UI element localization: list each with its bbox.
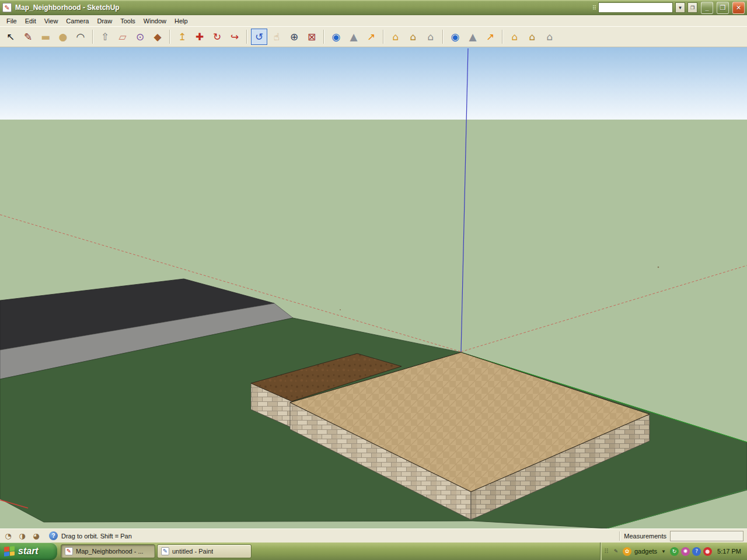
menubar-items: FileEditViewCameraDrawToolsWindowHelp [0,15,747,26]
minimize-button[interactable]: _ [701,2,713,14]
rectangle-button[interactable]: ▬ [37,29,54,45]
alert-tray-icon[interactable]: ● [703,547,712,556]
zoom-icon: ⊕ [290,31,298,43]
statusbar-separator [619,531,620,541]
arc-icon: ◠ [76,31,85,43]
tray-dropdown-button[interactable]: ▼ [660,549,667,554]
add-location-2-button[interactable]: ◉ [447,29,463,45]
pinwheel-tray-icon[interactable]: ✺ [681,547,690,556]
toolbar-separator [383,30,384,44]
task-sketchup-label: Map_Neighborhood - ... [76,548,144,555]
paint-bucket-button[interactable]: ◆ [149,29,166,45]
sky [0,47,747,120]
line-icon: ✎ [24,31,32,43]
help-icon[interactable]: ? [49,531,58,540]
gadgets-icon[interactable]: ✿ [623,547,631,556]
push-pull-button[interactable]: ⇧ [97,29,113,45]
place-model-button[interactable]: ↗ [363,29,379,45]
status-circle-1[interactable]: ◔ [4,531,13,541]
place-model-icon: ↗ [367,31,375,43]
toolbar-separator [442,30,444,44]
zoom-button[interactable]: ⊕ [286,29,302,45]
status-circle-2[interactable]: ◑ [18,531,27,541]
rotate-button[interactable]: ↻ [209,29,225,45]
status-hint: Drag to orbit. Shift = Pan [61,533,132,540]
add-location-2-icon: ◉ [451,31,460,43]
guide-point-2 [340,309,341,310]
titlebar-toolbar-grip[interactable]: ⠿ [592,5,596,11]
measurements-input[interactable] [670,531,743,541]
guide-point-1 [658,267,659,268]
menu-file[interactable]: File [2,16,21,26]
share-model-2-button[interactable]: ⌂ [524,29,540,45]
menu-window[interactable]: Window [139,16,170,26]
titlebar-search-input[interactable] [598,2,673,13]
toggle-terrain-button[interactable]: ▲ [345,29,362,45]
toggle-terrain-2-button[interactable]: ▲ [465,29,481,45]
pan-icon: ☝ [274,31,280,43]
menu-edit[interactable]: Edit [21,16,40,26]
help-tray-icon[interactable]: ? [692,547,701,556]
tape-measure-button[interactable]: ⊙ [132,29,148,45]
orbit-icon: ↺ [255,31,263,43]
restore-button[interactable]: ❐ [717,2,729,14]
offset-button[interactable]: ↥ [174,29,190,45]
status-circle-3[interactable]: ◕ [32,531,41,541]
menu-camera[interactable]: Camera [62,16,93,26]
place-model-2-button[interactable]: ↗ [482,29,498,45]
push-pull-icon: ⇧ [101,31,109,43]
tray-grip[interactable]: ⠿ [604,548,609,555]
add-location-button[interactable]: ◉ [328,29,344,45]
pen-tray-icon[interactable]: ✎ [612,547,620,556]
share-component-2-icon: ⌂ [547,31,553,43]
viewport [0,47,747,528]
share-component-button[interactable]: ⌂ [423,29,439,45]
zoom-extents-button[interactable]: ⊠ [303,29,320,45]
sync-tray-icon[interactable]: ↻ [670,547,679,556]
paint-bucket-icon: ◆ [153,31,161,43]
taskbar-tasks: ✎Map_Neighborhood - ...✎untitled - Paint [57,542,600,560]
menu-view[interactable]: View [40,16,62,26]
start-button[interactable]: start [0,542,57,560]
get-models-2-icon: ⌂ [512,31,518,43]
share-model-button[interactable]: ⌂ [405,29,421,45]
menu-tools[interactable]: Tools [116,16,139,26]
task-sketchup[interactable]: ✎Map_Neighborhood - ... [61,544,155,558]
select-button[interactable]: ↖ [2,29,19,45]
measurements-area: Measurements [619,531,743,541]
status-bar: ◔◑◕ ? Drag to orbit. Shift = Pan Measure… [0,528,747,542]
tape-measure-icon: ⊙ [136,31,144,43]
arc-button[interactable]: ◠ [72,29,89,45]
pan-button[interactable]: ☝ [268,29,285,45]
share-component-2-button[interactable]: ⌂ [542,29,558,45]
task-sketchup-icon: ✎ [65,547,73,555]
gadgets-label[interactable]: gadgets [634,548,657,555]
line-button[interactable]: ✎ [20,29,36,45]
start-label: start [18,546,39,556]
move-button[interactable]: ✚ [191,29,208,45]
taskbar: start ✎Map_Neighborhood - ...✎untitled -… [0,542,747,560]
toolbar-separator [502,30,503,44]
select-icon: ↖ [6,31,15,43]
tray-left-icons: ✎✿ [612,547,631,556]
eraser-button[interactable]: ▱ [114,29,131,45]
circle-button[interactable]: ● [55,29,71,45]
task-paint-label: untitled - Paint [172,548,213,555]
window-title: Map_Neighborhood - SketchUp [14,4,120,12]
get-models-button[interactable]: ⌂ [388,29,404,45]
menu-draw[interactable]: Draw [93,16,116,26]
search-dropdown-button[interactable]: ▼ [675,2,685,13]
close-button[interactable]: ✕ [732,2,745,14]
task-paint-icon: ✎ [161,547,169,555]
get-models-2-button[interactable]: ⌂ [507,29,523,45]
status-icons: ◔◑◕ [4,531,41,541]
task-paint[interactable]: ✎untitled - Paint [157,544,252,558]
menu-help[interactable]: Help [170,16,192,26]
measurements-label: Measurements [624,533,666,540]
toolbar-separator [92,30,93,44]
follow-me-button[interactable]: ↪ [226,29,243,45]
search-go-button[interactable]: ❐ [687,2,697,13]
3d-viewport-canvas[interactable] [0,47,747,528]
add-location-icon: ◉ [332,31,341,43]
orbit-button[interactable]: ↺ [251,29,267,45]
